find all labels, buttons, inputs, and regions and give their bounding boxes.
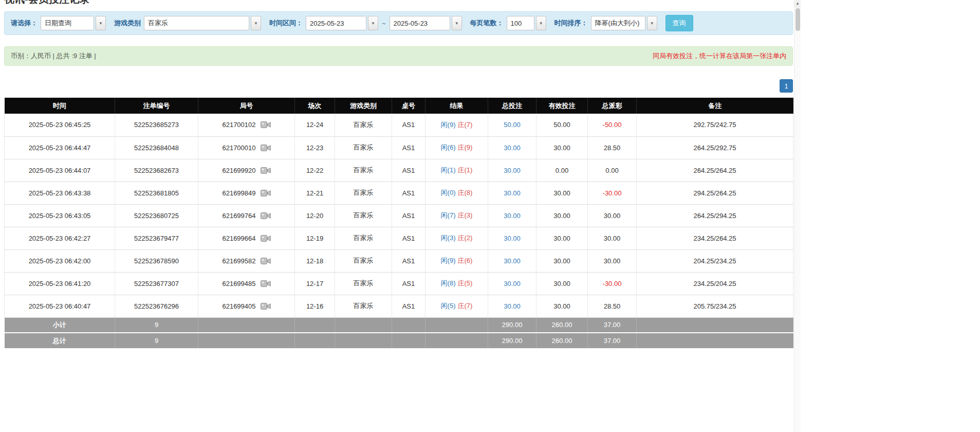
game-type-input[interactable] [144,16,249,30]
page-size-input[interactable] [507,16,534,30]
total-bet-link[interactable]: 30.00 [504,167,521,174]
cell-valid-bet: 30.00 [537,272,588,295]
cell-note: 204.25/234.25 [637,249,793,272]
video-replay-icon[interactable] [261,144,271,152]
empty-cell [335,333,392,348]
chevron-down-icon[interactable]: ▼ [647,16,657,30]
scrollbar-thumb[interactable] [796,8,800,31]
cell-time: 2025-05-23 06:43:38 [5,182,115,204]
cell-note: 294.25/264.25 [637,182,793,204]
video-replay-icon[interactable] [261,212,271,220]
search-button[interactable]: 查询 [665,15,693,31]
date-from-input[interactable] [306,16,366,30]
subtotal-label: 小计 [5,317,115,333]
video-replay-icon[interactable] [261,257,271,265]
chevron-down-icon[interactable]: ▼ [251,16,261,30]
sort-order-label: 时间排序： [554,19,588,28]
cell-result: 闲(3)庄(2) [426,227,488,249]
cell-result: 闲(1)庄(1) [426,159,488,182]
cell-bet-id: 522523682673 [115,159,198,182]
date-range-tilde: ~ [382,20,386,27]
page-number-button[interactable]: 1 [780,79,793,93]
cell-result: 闲(6)庄(9) [426,136,488,159]
page-title: 视讯-会员投注记录 [4,0,793,5]
total-bet-link[interactable]: 30.00 [504,144,521,152]
cell-bet-id: 522523677307 [115,272,198,295]
filter-bar: 请选择： ▼ 游戏类别 ▼ 时间区间： ▼ ~ ▼ 每页笔数： ▼ 时间排序： … [4,11,793,35]
empty-cell [198,333,295,348]
cell-game-type: 百家乐 [335,114,392,136]
total-bet-link[interactable]: 50.00 [504,121,521,129]
subtotal-valid-bet: 260.00 [537,317,588,333]
cell-table-no: AS1 [392,295,426,317]
cell-round-id: 621699485 [198,272,295,295]
round-number: 621699485 [222,280,255,287]
sort-order-input[interactable] [591,16,645,30]
round-number: 621699920 [222,167,255,174]
table-row: 2025-05-23 06:42:27522523679477621699664… [5,227,793,249]
time-range-label: 时间区间： [269,19,303,28]
chevron-down-icon[interactable]: ▼ [368,16,378,30]
cell-payout: 30.00 [588,204,637,227]
col-header-payout: 总派彩 [588,98,637,114]
total-bet-link[interactable]: 30.00 [504,302,521,310]
cell-round-id: 621699582 [198,249,295,272]
cell-note: 264.25/294.25 [637,204,793,227]
total-total-bet: 290.00 [488,333,537,348]
cell-table-no: AS1 [392,114,426,136]
chevron-down-icon[interactable]: ▼ [536,16,546,30]
chevron-down-icon[interactable]: ▼ [96,16,106,30]
cell-total-bet: 30.00 [488,227,537,249]
total-bet-link[interactable]: 30.00 [504,189,521,197]
round-number: 621699664 [222,235,255,242]
cell-game-type: 百家乐 [335,272,392,295]
cell-valid-bet: 0.00 [537,159,588,182]
cell-note: 292.75/242.75 [637,114,793,136]
cell-game-type: 百家乐 [335,249,392,272]
cell-note: 264.25/292.75 [637,136,793,159]
cell-table-no: AS1 [392,159,426,182]
table-header-row: 时间 注单编号 局号 场次 游戏类别 桌号 结果 总投注 有效投注 总派彩 备注 [5,98,793,114]
scroll-up-arrow-icon[interactable]: ▲ [794,0,801,7]
page: 视讯-会员投注记录 请选择： ▼ 游戏类别 ▼ 时间区间： ▼ ~ ▼ 每页笔数… [4,0,793,348]
game-type-combo: ▼ [144,16,261,30]
cell-time: 2025-05-23 06:42:00 [5,249,115,272]
video-replay-icon[interactable] [261,235,271,242]
empty-cell [392,333,426,348]
cell-round-id: 621699920 [198,159,295,182]
chevron-down-icon[interactable]: ▼ [452,16,462,30]
round-number: 621699582 [222,257,255,265]
result-banker: 庄(6) [458,257,473,264]
col-header-result: 结果 [426,98,488,114]
cell-round-id: 621700010 [198,136,295,159]
cell-session: 12-22 [295,159,335,182]
video-replay-icon[interactable] [261,167,271,174]
sort-order-combo: ▼ [591,16,657,30]
cell-session: 12-16 [295,295,335,317]
cell-table-no: AS1 [392,272,426,295]
total-bet-link[interactable]: 30.00 [504,235,521,242]
total-bet-link[interactable]: 30.00 [504,280,521,287]
result-player: 闲(0) [441,189,456,196]
cell-result: 闲(7)庄(3) [426,204,488,227]
total-payout: 37.00 [588,333,637,348]
vertical-scrollbar[interactable]: ▲ [794,0,801,432]
cell-total-bet: 30.00 [488,204,537,227]
cell-note: 264.25/264.25 [637,159,793,182]
total-bet-link[interactable]: 30.00 [504,212,521,220]
select-type-input[interactable] [41,16,94,30]
cell-total-bet: 30.00 [488,159,537,182]
cell-time: 2025-05-23 06:44:47 [5,136,115,159]
video-replay-icon[interactable] [261,280,271,287]
video-replay-icon[interactable] [261,302,271,310]
cell-time: 2025-05-23 06:43:05 [5,204,115,227]
video-replay-icon[interactable] [261,121,271,129]
date-to-input[interactable] [390,16,450,30]
total-bet-link[interactable]: 30.00 [504,257,521,265]
empty-cell [637,333,793,348]
cell-time: 2025-05-23 06:42:27 [5,227,115,249]
col-header-table-no: 桌号 [392,98,426,114]
valid-bet-notice-text: 同局有效投注，统一计算在该局第一张注单内 [653,51,786,61]
video-replay-icon[interactable] [261,189,271,197]
cell-valid-bet: 50.00 [537,114,588,136]
